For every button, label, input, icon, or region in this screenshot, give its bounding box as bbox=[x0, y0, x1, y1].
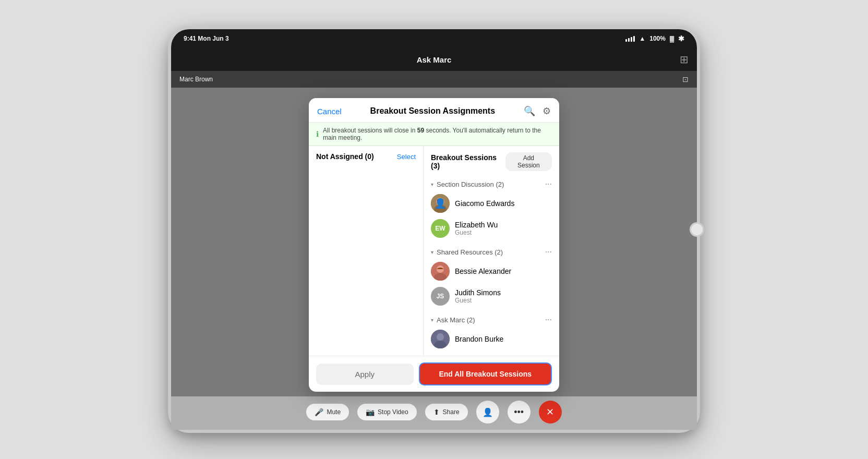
svg-point-1 bbox=[436, 198, 444, 206]
modal-footer: Apply End All Breakout Sessions bbox=[309, 356, 559, 392]
share-button[interactable]: ⬆ Share bbox=[425, 404, 468, 420]
breakout-sessions-heading: Breakout Sessions (3) bbox=[431, 153, 505, 170]
svg-point-9 bbox=[437, 333, 444, 341]
chevron-down-icon: ▾ bbox=[431, 182, 433, 187]
participant-name: Brandon Burke bbox=[455, 335, 503, 343]
session-name: ▾ Shared Resources (2) bbox=[431, 248, 503, 256]
session-group-header: ▾ Section Discussion (2) ··· bbox=[424, 175, 559, 191]
participant-name: Marc Brown bbox=[179, 76, 213, 83]
apply-button[interactable]: Apply bbox=[316, 364, 414, 385]
info-icon: ℹ bbox=[316, 130, 319, 138]
timer-text: All breakout sessions will close in 59 s… bbox=[323, 127, 552, 141]
name-bar-icon: ⊡ bbox=[682, 75, 689, 83]
list-item: EW Elizabeth Wu Guest bbox=[424, 216, 559, 241]
timer-seconds: 59 bbox=[417, 127, 424, 134]
session-name: ▾ Section Discussion (2) bbox=[431, 180, 504, 188]
svg-rect-4 bbox=[437, 199, 443, 202]
end-call-icon: ✕ bbox=[546, 406, 554, 418]
session-group-section-discussion: ▾ Section Discussion (2) ··· bbox=[424, 175, 559, 241]
left-panel-content bbox=[309, 165, 423, 356]
session-more-button[interactable]: ··· bbox=[545, 247, 552, 257]
svg-point-2 bbox=[434, 204, 447, 213]
status-bar: 9:41 Mon Jun 3 ▲ 100% ▓ ✱ bbox=[171, 29, 697, 48]
status-right-icons: ▲ 100% ▓ ✱ bbox=[625, 34, 684, 43]
meeting-topbar: Ask Marc ⊞ bbox=[171, 48, 697, 71]
svg-point-3 bbox=[437, 198, 443, 204]
name-bar: Marc Brown ⊡ bbox=[171, 71, 697, 88]
ipad-screen: Ask Marc ⊞ Marc Brown ⊡ Cancel Breakout … bbox=[171, 48, 697, 430]
stop-video-label: Stop Video bbox=[378, 408, 408, 416]
status-time: 9:41 Mon Jun 3 bbox=[184, 35, 229, 42]
battery-percent: 100% bbox=[649, 35, 666, 42]
battery-icon: ▓ bbox=[670, 35, 674, 42]
person-icon: 👤 bbox=[483, 407, 493, 417]
modal-overlay: Cancel Breakout Session Assignments 🔍 ⚙ … bbox=[171, 88, 697, 396]
add-session-button[interactable]: Add Session bbox=[505, 152, 552, 171]
more-icon: ••• bbox=[514, 407, 524, 418]
list-item: Giacomo Edwards bbox=[424, 191, 559, 216]
avatar: JS bbox=[431, 287, 450, 306]
select-button[interactable]: Select bbox=[397, 153, 416, 161]
avatar bbox=[431, 194, 450, 213]
end-call-button[interactable]: ✕ bbox=[539, 401, 562, 424]
wifi-icon: ▲ bbox=[639, 35, 645, 42]
list-item: Bessie Alexander bbox=[424, 259, 559, 284]
session-group-shared-resources: ▾ Shared Resources (2) ··· bbox=[424, 243, 559, 309]
meeting-content: Cancel Breakout Session Assignments 🔍 ⚙ … bbox=[171, 88, 697, 396]
share-icon: ⬆ bbox=[433, 408, 440, 416]
not-assigned-heading: Not Assigned (0) bbox=[316, 152, 374, 161]
left-panel-header: Not Assigned (0) Select bbox=[309, 146, 423, 165]
participant-role: Guest bbox=[455, 297, 501, 304]
video-icon: 📷 bbox=[366, 408, 375, 416]
participant-info: Judith Simons Guest bbox=[455, 288, 501, 304]
search-button[interactable]: 🔍 bbox=[524, 105, 535, 117]
stop-video-button[interactable]: 📷 Stop Video bbox=[357, 404, 417, 420]
participant-info: Bessie Alexander bbox=[455, 267, 511, 275]
mute-label: Mute bbox=[327, 408, 341, 416]
sessions-list: ▾ Section Discussion (2) ··· bbox=[424, 175, 559, 356]
modal-panel: Cancel Breakout Session Assignments 🔍 ⚙ … bbox=[309, 98, 559, 392]
chevron-down-icon: ▾ bbox=[431, 249, 433, 255]
signal-icon bbox=[625, 36, 635, 42]
bluetooth-icon: ✱ bbox=[678, 34, 684, 43]
session-group-ask-marc: ▾ Ask Marc (2) ··· bbox=[424, 311, 559, 352]
right-panel: Breakout Sessions (3) Add Session ▾ bbox=[424, 146, 559, 356]
list-item: JS Judith Simons Guest bbox=[424, 284, 559, 309]
participant-info: Elizabeth Wu Guest bbox=[455, 221, 498, 236]
timer-banner: ℹ All breakout sessions will close in 59… bbox=[309, 123, 559, 146]
list-item: Brandon Burke bbox=[424, 327, 559, 352]
control-bar: 🎤 Mute 📷 Stop Video ⬆ Share 👤 bbox=[171, 396, 697, 430]
participant-info: Giacomo Edwards bbox=[455, 199, 514, 208]
participant-info: Brandon Burke bbox=[455, 335, 503, 343]
participants-button[interactable]: 👤 bbox=[476, 401, 499, 424]
session-group-header: ▾ Shared Resources (2) ··· bbox=[424, 243, 559, 259]
meeting-topbar-right: ⊞ bbox=[680, 53, 689, 66]
meeting-title: Ask Marc bbox=[417, 55, 452, 64]
modal-title: Breakout Session Assignments bbox=[370, 106, 495, 116]
microphone-icon: 🎤 bbox=[315, 408, 323, 416]
mute-button[interactable]: 🎤 Mute bbox=[306, 404, 349, 420]
cancel-button[interactable]: Cancel bbox=[317, 107, 342, 116]
chevron-down-icon: ▾ bbox=[431, 317, 433, 323]
participant-name: Judith Simons bbox=[455, 288, 501, 297]
participant-role: Guest bbox=[455, 229, 498, 236]
modal-header: Cancel Breakout Session Assignments 🔍 ⚙ bbox=[309, 98, 559, 123]
left-panel: Not Assigned (0) Select bbox=[309, 146, 424, 356]
ipad-frame: 9:41 Mon Jun 3 ▲ 100% ▓ ✱ Ask Marc ⊞ Mar… bbox=[168, 26, 700, 433]
share-label: Share bbox=[443, 408, 460, 416]
session-group-header: ▾ Ask Marc (2) ··· bbox=[424, 311, 559, 327]
session-more-button[interactable]: ··· bbox=[545, 179, 552, 189]
modal-body: Not Assigned (0) Select Breakout Session… bbox=[309, 146, 559, 356]
end-all-breakout-sessions-button[interactable]: End All Breakout Sessions bbox=[419, 363, 552, 385]
session-name: ▾ Ask Marc (2) bbox=[431, 316, 475, 324]
settings-button[interactable]: ⚙ bbox=[542, 105, 551, 117]
participant-name: Giacomo Edwards bbox=[455, 199, 514, 208]
ipad-home-button[interactable] bbox=[690, 222, 704, 237]
participant-name: Bessie Alexander bbox=[455, 267, 511, 275]
more-button[interactable]: ••• bbox=[508, 401, 531, 424]
participant-name: Elizabeth Wu bbox=[455, 221, 498, 229]
avatar bbox=[431, 262, 450, 281]
session-more-button[interactable]: ··· bbox=[545, 315, 552, 324]
right-panel-header: Breakout Sessions (3) Add Session bbox=[424, 146, 559, 175]
avatar: EW bbox=[431, 219, 450, 238]
